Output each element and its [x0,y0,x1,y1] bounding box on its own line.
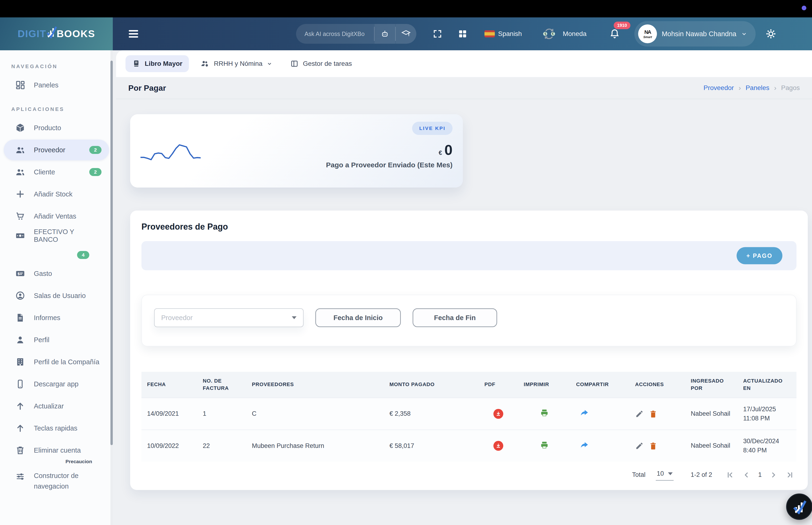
sliders-icon [15,471,25,482]
currency-switcher[interactable]: $ € Moneda [542,27,586,41]
caret-down-icon [668,472,673,475]
svg-text:$: $ [545,32,547,36]
sidebar-item-teclas-rapidas[interactable]: Teclas rapidas [4,418,109,438]
sidebar-item-salas-de-usuario[interactable]: Salas de Usuario [4,285,109,306]
user-circle-icon [15,290,25,301]
sidebar-item-anadir-ventas[interactable]: Añadir Ventas [4,206,109,227]
start-date-input[interactable]: Fecha de Inicio [315,308,401,327]
share-arrow-icon [580,409,588,417]
tab-libro-mayor[interactable]: Libro Mayor [125,55,189,72]
sidebar-item-efectivo-y-banco[interactable]: EFECTIVO Y BANCO 4 [4,228,109,262]
chevron-down-icon [741,31,747,37]
sidebar-item-gasto[interactable]: $ Gasto [4,263,109,284]
filters-panel: Proveedor Fecha de Inicio Fecha de Fin [141,295,796,346]
breadcrumb: Proveedor › Paneles › Pagos [703,84,800,92]
pdf-download-button[interactable] [493,441,503,451]
col-monto: MONTO PAGADO [384,372,479,398]
share-button[interactable] [580,441,588,449]
person-icon [15,335,25,345]
sidebar-item-paneles[interactable]: Paneles [4,75,109,95]
fullscreen-button[interactable] [432,29,443,39]
pdf-download-button[interactable] [493,409,503,419]
fullscreen-icon [432,29,443,39]
col-actualizado: ACTUALIZADO EN [737,372,796,398]
page-size-select[interactable]: 10 [656,469,674,481]
language-switcher[interactable]: Spanish [485,30,522,38]
book-icon [132,59,140,68]
breadcrumb-proveedor[interactable]: Proveedor [703,84,734,92]
logo-text-books: BOOKS [57,28,95,40]
pencil-icon [635,442,643,450]
brand-logo: DIGIT BOOKS [0,17,113,50]
logo-text-digit: DIGIT [18,28,46,40]
notifications-button[interactable] [609,28,620,40]
sidebar-item-producto[interactable]: Producto [4,118,109,138]
share-button[interactable] [580,409,588,417]
user-menu[interactable]: NA Smart Mohsin Nawab Chandna [634,21,756,46]
first-page-button[interactable] [725,470,734,479]
brand-assistant-button[interactable] [786,494,812,520]
sidebar: NAVEGACIÓN Paneles APLICACIONES Producto [0,50,113,525]
sidebar-item-perfil-compania[interactable]: Perfil de la Compañía [4,351,109,372]
add-payment-button[interactable]: + PAGO [737,247,782,265]
kpi-label: Pago a Proveedor Enviado (Este Mes) [326,161,453,169]
sidebar-item-perfil[interactable]: Perfil [4,329,109,350]
prev-page-button[interactable] [742,470,751,479]
svg-text:$: $ [17,272,20,276]
sidebar-item-descargar-app[interactable]: Descargar app [4,374,109,394]
current-page[interactable]: 1 [758,471,762,479]
sidebar-item-constructor-navegacion[interactable]: Constructor de navegacion [4,466,109,493]
cliente-count-badge: 2 [89,168,102,176]
sidebar-item-eliminar-cuenta[interactable]: Eliminar cuenta [4,440,109,461]
payments-card: Proveedores de Pago + PAGO Proveedor Fec… [130,211,808,490]
delete-button[interactable] [649,410,657,418]
apps-grid-button[interactable] [458,29,468,39]
tab-gestor-tareas[interactable]: Gestor de tareas [284,55,358,72]
sidebar-scrollbar-thumb[interactable] [110,61,113,445]
supplier-select[interactable]: Proveedor [154,308,304,327]
ai-robot-button[interactable] [374,24,395,44]
expense-check-icon: $ [15,268,25,279]
sidebar-item-cliente[interactable]: Cliente 2 [4,162,109,182]
edit-button[interactable] [635,442,643,450]
tab-rrhh-nomina[interactable]: RRHH y Nómina [194,55,279,73]
sidebar-item-actualizar[interactable]: Actualizar [4,396,109,417]
currency-exchange-icon: $ € [542,27,556,41]
col-acciones: ACCIONES [629,372,685,398]
first-page-icon [725,470,734,479]
hamburger-icon [129,30,138,31]
table-row: 14/09/2021 1 C € 2,358 Nabeel Sohail 17/… [141,398,796,430]
arrow-up-icon [15,423,25,433]
delete-button[interactable] [649,442,657,450]
ai-learn-button[interactable] [396,24,416,44]
settings-button[interactable] [765,28,777,40]
system-top-bar [0,0,812,17]
sidebar-item-proveedor[interactable]: Proveedor 2 [4,139,109,160]
sidebar-item-anadir-stock[interactable]: Añadir Stock [4,184,109,205]
col-imprimir: IMPRIMIR [518,372,570,398]
print-button[interactable] [540,408,549,417]
ai-search-input[interactable] [296,24,374,44]
col-factura: NO. DE FACTURA [197,372,246,398]
sidebar-section-applications: APLICACIONES [0,104,113,116]
pencil-icon [635,410,643,418]
users-icon [15,145,25,155]
pdf-download-icon [493,409,503,419]
kpi-sparkline-chart [140,138,201,167]
next-page-button[interactable] [769,470,778,479]
last-page-icon [786,470,795,479]
print-button[interactable] [540,441,549,450]
last-page-button[interactable] [786,470,795,479]
document-icon [15,313,25,323]
sidebar-item-informes[interactable]: Informes [4,308,109,328]
end-date-input[interactable]: Fecha de Fin [413,308,497,327]
col-pdf: PDF [479,372,518,398]
kpi-currency: € [439,149,442,156]
dashboard-icon [15,80,25,90]
menu-toggle-button[interactable] [126,26,141,42]
cube-icon [15,123,25,133]
trash-icon [649,442,657,450]
edit-button[interactable] [635,410,643,418]
breadcrumb-paneles[interactable]: Paneles [746,84,769,92]
school-icon [401,29,411,39]
